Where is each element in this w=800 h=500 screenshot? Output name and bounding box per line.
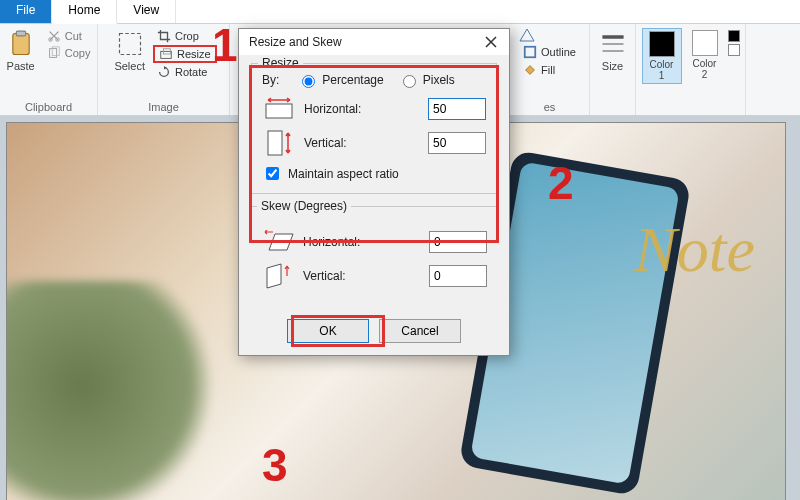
color2-swatch: [692, 30, 718, 56]
maintain-aspect-checkbox[interactable]: Maintain aspect ratio: [262, 164, 486, 183]
cancel-button[interactable]: Cancel: [379, 319, 461, 343]
skew-fieldset: Skew (Degrees) Horizontal: Vertical:: [251, 206, 497, 307]
radio-percentage[interactable]: Percentage: [297, 72, 383, 88]
crop-button[interactable]: Crop: [153, 28, 217, 44]
group-clipboard-label: Clipboard: [25, 99, 72, 113]
select-button[interactable]: Select: [110, 28, 149, 74]
tab-home[interactable]: Home: [52, 0, 117, 24]
resize-vertical-input[interactable]: [428, 132, 486, 154]
svg-rect-11: [268, 131, 282, 155]
svg-rect-6: [119, 34, 140, 55]
skew-horizontal-label: Horizontal:: [303, 235, 421, 249]
color2-label: Color 2: [693, 58, 717, 80]
group-image-label: Image: [148, 99, 179, 113]
clipboard-icon: [7, 30, 35, 58]
outline-button[interactable]: Outline: [519, 44, 580, 60]
skew-vertical-icon: [261, 263, 295, 289]
size-icon: [599, 30, 627, 58]
radio-percentage-label: Percentage: [322, 73, 383, 87]
resize-horizontal-icon: [262, 96, 296, 122]
scissors-icon: [47, 29, 61, 43]
resize-horizontal-label: Horizontal:: [304, 102, 420, 116]
select-icon: [116, 30, 144, 58]
photo-leaf: [6, 281, 237, 500]
skew-vertical-label: Vertical:: [303, 269, 421, 283]
radio-percentage-input[interactable]: [302, 75, 315, 88]
paste-button[interactable]: Paste: [3, 28, 39, 74]
copy-label: Copy: [65, 47, 91, 59]
cut-label: Cut: [65, 30, 82, 42]
rotate-label: Rotate: [175, 66, 207, 78]
tab-file[interactable]: File: [0, 0, 52, 23]
resize-fieldset: Resize By: Percentage Pixels Horizontal:: [251, 63, 497, 194]
shape-triangle-icon[interactable]: [519, 28, 535, 42]
svg-rect-1: [16, 31, 25, 36]
resize-icon: [159, 47, 173, 61]
tab-view[interactable]: View: [117, 0, 176, 23]
fill-icon: [523, 63, 537, 77]
outline-label: Outline: [541, 46, 576, 58]
skew-horizontal-input[interactable]: [429, 231, 487, 253]
ok-button[interactable]: OK: [287, 319, 369, 343]
close-icon[interactable]: [485, 36, 501, 48]
size-label: Size: [602, 60, 623, 72]
by-label: By:: [262, 73, 279, 87]
skew-legend: Skew (Degrees): [257, 199, 351, 213]
skew-horizontal-icon: [261, 229, 295, 255]
group-colors: Color 1 Color 2: [636, 24, 746, 115]
fill-button[interactable]: Fill: [519, 62, 559, 78]
maintain-aspect-input[interactable]: [266, 167, 279, 180]
size-button[interactable]: Size: [595, 28, 631, 74]
crop-icon: [157, 29, 171, 43]
crop-label: Crop: [175, 30, 199, 42]
resize-button[interactable]: Resize: [153, 45, 217, 63]
svg-rect-7: [161, 51, 172, 58]
svg-rect-10: [266, 104, 292, 118]
window-tabs: File Home View: [0, 0, 800, 24]
fill-label: Fill: [541, 64, 555, 76]
cut-button[interactable]: Cut: [43, 28, 95, 44]
dialog-titlebar[interactable]: Resize and Skew: [239, 29, 509, 55]
rotate-icon: [157, 65, 171, 79]
copy-icon: [47, 46, 61, 60]
group-shapes-edge: Outline Fill es: [510, 24, 590, 115]
outline-icon: [523, 45, 537, 59]
palette-white[interactable]: [728, 44, 740, 56]
svg-rect-0: [12, 34, 28, 55]
resize-horizontal-input[interactable]: [428, 98, 486, 120]
color1-label: Color 1: [650, 59, 674, 81]
resize-skew-dialog: Resize and Skew Resize By: Percentage Pi…: [238, 28, 510, 356]
radio-pixels-input[interactable]: [403, 75, 416, 88]
color2-button[interactable]: Color 2: [686, 28, 724, 82]
resize-legend: Resize: [258, 56, 303, 70]
paste-label: Paste: [7, 60, 35, 72]
svg-rect-9: [525, 47, 536, 58]
copy-button[interactable]: Copy: [43, 45, 95, 61]
dialog-title: Resize and Skew: [249, 35, 342, 49]
maintain-aspect-label: Maintain aspect ratio: [288, 167, 399, 181]
group-clipboard: Paste Cut Copy Clipboard: [0, 24, 98, 115]
radio-pixels[interactable]: Pixels: [398, 72, 455, 88]
color1-swatch: [649, 31, 675, 57]
photo-note-text: Note: [634, 213, 755, 287]
group-size: Size: [590, 24, 636, 115]
resize-vertical-label: Vertical:: [304, 136, 420, 150]
radio-pixels-label: Pixels: [423, 73, 455, 87]
resize-label: Resize: [177, 48, 211, 60]
color1-button[interactable]: Color 1: [642, 28, 682, 84]
rotate-button[interactable]: Rotate: [153, 64, 217, 80]
palette-black[interactable]: [728, 30, 740, 42]
skew-vertical-input[interactable]: [429, 265, 487, 287]
palette-strip: [728, 28, 740, 56]
group-image: Select Crop Resize Rotate Image: [98, 24, 230, 115]
select-label: Select: [114, 60, 145, 72]
resize-vertical-icon: [262, 130, 296, 156]
